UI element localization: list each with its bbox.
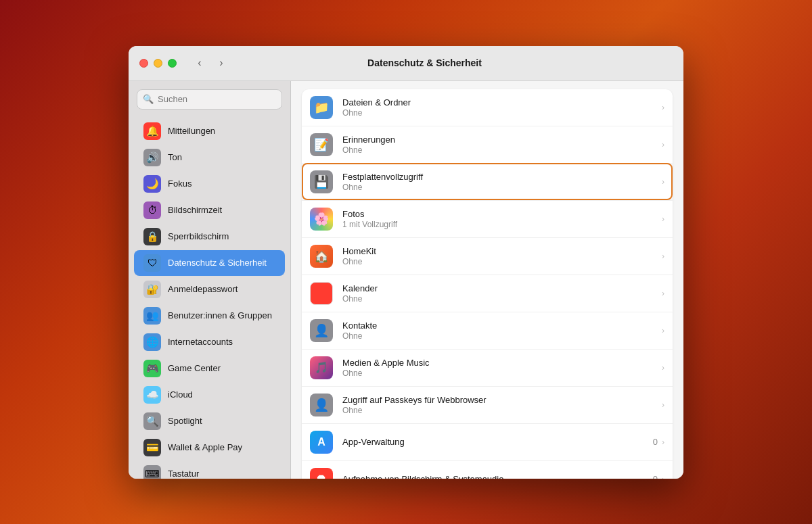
kontakte-setting-icon: 👤 (310, 319, 333, 342)
sidebar-label-bildschirmzeit: Bildschirmzeit (168, 205, 222, 215)
festplatte-right: › (662, 177, 664, 187)
settings-item-kontakte[interactable]: 👤KontakteOhne› (302, 312, 673, 349)
settings-item-kalender[interactable]: KalenderOhne› (302, 275, 673, 312)
sidebar-item-fokus[interactable]: 🌙Fokus (134, 171, 285, 197)
passkeys-subtitle: Ohne (342, 406, 652, 415)
homekit-setting-icon: 🏠 (310, 245, 333, 268)
sperrbildschirm-icon: 🔒 (143, 228, 161, 245)
sidebar-label-fokus: Fokus (168, 178, 191, 189)
kalender-subtitle: Ohne (342, 294, 652, 304)
settings-item-fotos[interactable]: 🌸Fotos1 mit Vollzugriff› (302, 200, 673, 237)
dateien-subtitle: Ohne (342, 108, 652, 118)
medien-title: Medien & Apple Music (342, 358, 652, 368)
maximize-button[interactable] (168, 59, 177, 68)
medien-text-block: Medien & Apple MusicOhne (342, 358, 652, 378)
festplatte-chevron-icon: › (662, 177, 664, 187)
sidebar-label-wallet: Wallet & Apple Pay (168, 442, 242, 452)
back-button[interactable]: ‹ (190, 55, 209, 71)
sidebar-label-spotlight: Spotlight (168, 416, 202, 426)
anmeldepasswort-icon: 🔐 (143, 281, 161, 298)
fotos-subtitle: 1 mit Vollzugriff (342, 220, 652, 229)
aufnahme-text-block: Aufnahme von Bildschirm & Systemaudio (342, 474, 644, 479)
wallet-icon: 💳 (143, 439, 161, 456)
homekit-subtitle: Ohne (342, 257, 652, 266)
settings-item-passkeys[interactable]: 👤Zugriff auf Passkeys für WebbrowserOhne… (302, 386, 673, 423)
minimize-button[interactable] (154, 59, 162, 68)
festplatte-subtitle: Ohne (342, 183, 652, 192)
homekit-title: HomeKit (342, 246, 652, 256)
sidebar-item-wallet[interactable]: 💳Wallet & Apple Pay (134, 435, 285, 460)
forward-button[interactable]: › (212, 55, 231, 71)
sidebar-label-tastatur: Tastatur (168, 469, 199, 479)
settings-item-homekit[interactable]: 🏠HomeKitOhne› (302, 237, 673, 275)
search-bar[interactable]: 🔍 (137, 89, 282, 110)
sidebar-item-tastatur[interactable]: ⌨Tastatur (134, 461, 285, 479)
passkeys-text-block: Zugriff auf Passkeys für WebbrowserOhne (342, 395, 652, 415)
appverwaltung-chevron-icon: › (662, 437, 664, 447)
erinnerungen-text-block: ErinnerungenOhne (342, 135, 652, 155)
passkeys-chevron-icon: › (662, 400, 664, 410)
kontakte-text-block: KontakteOhne (342, 320, 652, 341)
spotlight-icon: 🔍 (143, 412, 161, 430)
medien-chevron-icon: › (662, 363, 664, 373)
fotos-chevron-icon: › (662, 214, 664, 224)
kalender-title: Kalender (342, 283, 652, 293)
fotos-title: Fotos (342, 209, 652, 219)
settings-item-erinnerungen[interactable]: 📝ErinnerungenOhne› (302, 126, 673, 163)
main-panel: 📁Dateien & OrdnerOhne›📝ErinnerungenOhne›… (291, 81, 683, 479)
search-icon: 🔍 (143, 94, 154, 104)
close-button[interactable] (139, 59, 148, 68)
sidebar-item-anmeldepasswort[interactable]: 🔐Anmeldepasswort (134, 277, 285, 302)
passkeys-setting-icon: 👤 (310, 394, 333, 416)
sidebar-item-ton[interactable]: 🔊Ton (134, 145, 285, 170)
aufnahme-right: 0› (653, 474, 664, 479)
settings-item-festplatte[interactable]: 💾FestplattenvollzugriffOhne› (302, 163, 673, 200)
sidebar-item-benutzer[interactable]: 👥Benutzer:innen & Gruppen (134, 303, 285, 329)
appverwaltung-text-block: App-Verwaltung (342, 437, 644, 447)
fotos-text-block: Fotos1 mit Vollzugriff (342, 209, 652, 229)
sidebar-label-sperrbildschirm: Sperrbildschirm (168, 231, 229, 241)
medien-setting-icon: 🎵 (310, 356, 333, 379)
passkeys-title: Zugriff auf Passkeys für Webbrowser (342, 395, 652, 405)
erinnerungen-chevron-icon: › (662, 140, 664, 149)
sidebar-item-gamecenter[interactable]: 🎮Game Center (134, 356, 285, 381)
kalender-chevron-icon: › (662, 289, 664, 298)
fokus-icon: 🌙 (143, 175, 161, 193)
kontakte-right: › (662, 326, 664, 335)
dateien-title: Dateien & Ordner (342, 97, 652, 108)
sidebar-label-ton: Ton (168, 152, 182, 162)
settings-item-appverwaltung[interactable]: AApp-Verwaltung0› (302, 423, 673, 460)
mitteilungen-icon: 🔔 (143, 122, 161, 140)
gamecenter-icon: 🎮 (143, 360, 161, 377)
erinnerungen-subtitle: Ohne (342, 145, 652, 155)
sidebar-item-sperrbildschirm[interactable]: 🔒Sperrbildschirm (134, 224, 285, 249)
settings-item-dateien[interactable]: 📁Dateien & OrdnerOhne› (302, 89, 673, 126)
sidebar-item-icloud[interactable]: ☁️iCloud (134, 382, 285, 408)
medien-subtitle: Ohne (342, 368, 652, 378)
sidebar-item-mitteilungen[interactable]: 🔔Mitteilungen (134, 118, 285, 144)
appverwaltung-right: 0› (653, 437, 664, 447)
sidebar-item-internetaccounts[interactable]: 🌐Internetaccounts (134, 329, 285, 355)
sidebar: 🔍 🔔Mitteilungen🔊Ton🌙Fokus⏱Bildschirmzeit… (129, 81, 291, 479)
settings-item-medien[interactable]: 🎵Medien & Apple MusicOhne› (302, 349, 673, 386)
kalender-setting-icon (310, 282, 333, 305)
sidebar-item-bildschirmzeit[interactable]: ⏱Bildschirmzeit (134, 197, 285, 223)
homekit-right: › (662, 252, 664, 261)
benutzer-icon: 👥 (143, 307, 161, 325)
sidebar-label-mitteilungen: Mitteilungen (168, 126, 215, 136)
ton-icon: 🔊 (143, 149, 161, 166)
appverwaltung-badge: 0 (653, 437, 658, 447)
sidebar-label-datenschutz: Datenschutz & Sicherheit (168, 258, 267, 268)
aufnahme-chevron-icon: › (662, 475, 664, 479)
settings-item-aufnahme[interactable]: ⏺Aufnahme von Bildschirm & Systemaudio0› (302, 460, 673, 479)
kalender-right: › (662, 289, 664, 298)
dateien-chevron-icon: › (662, 103, 664, 112)
window-title: Datenschutz & Sicherheit (231, 57, 618, 68)
bildschirmzeit-icon: ⏱ (143, 201, 161, 219)
sidebar-item-spotlight[interactable]: 🔍Spotlight (134, 408, 285, 434)
medien-right: › (662, 363, 664, 373)
tastatur-icon: ⌨ (143, 465, 161, 479)
sidebar-label-internetaccounts: Internetaccounts (168, 337, 233, 347)
search-input[interactable] (158, 94, 276, 104)
sidebar-item-datenschutz[interactable]: 🛡Datenschutz & Sicherheit (134, 250, 285, 276)
